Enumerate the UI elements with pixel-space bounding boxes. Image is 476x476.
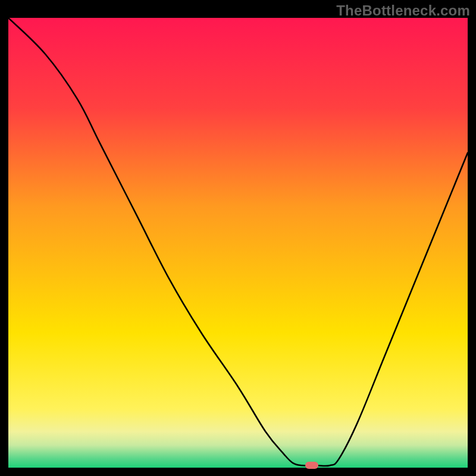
optimum-point-marker — [305, 462, 318, 469]
watermark-text: TheBottleneck.com — [336, 2, 470, 19]
plot-region — [8, 18, 468, 468]
chart-container: TheBottleneck.com — [0, 0, 476, 476]
gradient-rect — [8, 18, 468, 468]
gradient-background — [8, 18, 468, 468]
